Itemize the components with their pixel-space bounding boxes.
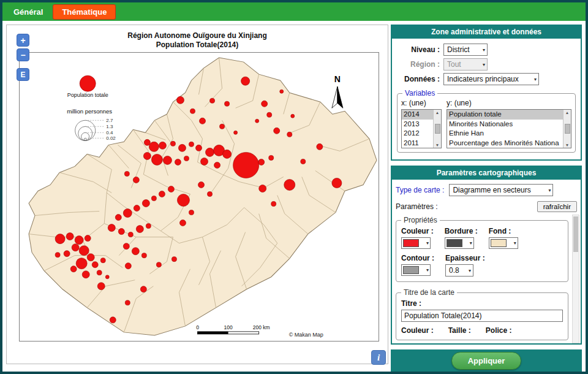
info-button[interactable]: i: [371, 350, 386, 365]
scale-0: 0: [196, 324, 199, 330]
list-option[interactable]: Minorités Nationales: [447, 120, 563, 129]
population-symbol: [123, 243, 129, 250]
population-symbol: [159, 142, 166, 149]
population-symbol: [142, 200, 149, 207]
x-variable-listbox[interactable]: 2014201320122011 ▲ ▼: [401, 109, 442, 148]
titre-taille-label: Taille :: [448, 326, 471, 335]
y-variable-options: Population totaleMinorités NationalesEth…: [447, 110, 563, 148]
scroll-up-icon[interactable]: ▲: [435, 110, 439, 115]
population-symbol: [189, 210, 194, 215]
region-label: Région :: [396, 60, 440, 69]
niveau-label: Niveau :: [396, 45, 440, 54]
population-symbol: [198, 181, 204, 188]
scale-bar: 0 100 200 km: [196, 324, 270, 334]
population-symbol: [55, 253, 60, 258]
population-symbol: [178, 144, 186, 151]
population-symbol: [210, 98, 215, 103]
params-scroll-area: Propriétés Couleur : ▾ Bordure :: [393, 215, 579, 343]
scrollbar[interactable]: [572, 215, 579, 343]
size-value-1: 2.7: [106, 118, 113, 123]
scroll-thumb[interactable]: [435, 124, 440, 134]
map-type-label: Type de carte :: [396, 186, 444, 194]
donnees-value: Indicateurs principaux: [447, 75, 519, 83]
full-extent-button[interactable]: E: [17, 68, 29, 81]
scrollbar[interactable]: ▲ ▼: [563, 110, 571, 148]
color-swatch: [447, 239, 462, 247]
population-symbol: [255, 119, 259, 123]
list-option[interactable]: 2014: [402, 110, 433, 120]
y-variable-listbox[interactable]: Population totaleMinorités NationalesEth…: [447, 109, 571, 148]
population-symbol: [291, 114, 295, 118]
map-type-select[interactable]: Diagramme en secteurs ▾: [449, 184, 553, 196]
region-value: Tout: [447, 60, 461, 69]
list-option[interactable]: Population totale: [447, 110, 563, 120]
epaisseur-select[interactable]: 0.8 ▾: [445, 264, 473, 277]
bordure-label: Bordure :: [445, 227, 478, 235]
population-symbol: [136, 226, 143, 233]
bordure-color-picker[interactable]: ▾: [445, 237, 474, 249]
population-symbol: [70, 266, 77, 272]
population-symbol: [177, 194, 189, 206]
scroll-down-icon[interactable]: ▼: [435, 143, 439, 147]
params-label: Paramètres :: [396, 202, 438, 211]
list-option[interactable]: 2012: [402, 129, 433, 139]
population-symbol: [85, 235, 91, 242]
population-symbol: [301, 159, 306, 164]
population-symbol: [146, 224, 151, 229]
couleur-color-picker[interactable]: ▾: [401, 237, 431, 249]
size-legend-title: million personnes: [67, 108, 112, 115]
population-symbol: [233, 152, 259, 178]
population-symbol: [100, 258, 105, 263]
population-symbol: [234, 131, 238, 134]
population-symbol: [132, 248, 139, 255]
donnees-label: Données :: [396, 75, 440, 83]
list-option[interactable]: Pourcentage des Minorités Nationa: [447, 139, 563, 148]
legend-symbol-label: Population totale: [67, 92, 108, 98]
population-symbol: [259, 185, 266, 192]
carto-params-panel: Paramètres cartographiques Type de carte…: [391, 166, 582, 345]
size-value-2: 1.3: [106, 124, 113, 129]
region-select[interactable]: Tout ▾: [443, 58, 488, 71]
proprietes-fieldset: Propriétés Couleur : ▾ Bordure :: [396, 216, 568, 282]
map-type-value: Diagramme en secteurs: [453, 186, 530, 194]
population-symbol: [110, 317, 116, 323]
tab-general[interactable]: Général: [13, 7, 43, 17]
list-option[interactable]: 2011: [402, 139, 433, 148]
scroll-thumb[interactable]: [565, 124, 570, 134]
list-option[interactable]: 2013: [402, 120, 433, 129]
population-symbol: [128, 232, 133, 237]
refresh-button[interactable]: rafraîchir: [537, 201, 577, 212]
map-figure[interactable]: Population totale million personnes 2.7 …: [19, 52, 379, 342]
population-symbol: [269, 155, 274, 160]
tab-thematique[interactable]: Thématique: [53, 4, 116, 20]
population-symbol: [208, 191, 213, 196]
zoom-in-button[interactable]: +: [17, 34, 29, 47]
population-symbol: [168, 186, 174, 192]
zoom-out-button[interactable]: −: [17, 48, 29, 61]
population-symbol: [258, 159, 265, 165]
population-symbol: [225, 101, 230, 106]
population-symbol: [118, 229, 124, 235]
titre-input[interactable]: [401, 310, 563, 322]
scroll-down-icon[interactable]: ▼: [565, 143, 569, 147]
top-navigation: Général Thématique: [2, 2, 586, 21]
population-symbol: [201, 158, 208, 165]
list-option[interactable]: Ethnie Han: [447, 129, 563, 139]
scroll-thumb[interactable]: [573, 216, 578, 252]
population-symbol: [134, 205, 140, 212]
scroll-up-icon[interactable]: ▲: [565, 110, 569, 115]
contour-color-picker[interactable]: ▾: [401, 264, 431, 276]
population-symbol: [151, 196, 156, 200]
scrollbar[interactable]: ▲ ▼: [433, 110, 441, 148]
donnees-select[interactable]: Indicateurs principaux ▾: [443, 73, 539, 85]
titre-couleur-label: Couleur :: [401, 326, 434, 335]
chevron-down-icon: ▾: [483, 47, 485, 53]
population-symbol: [267, 112, 272, 117]
scale-200: 200 km: [253, 324, 270, 330]
fond-color-picker[interactable]: ▾: [489, 237, 518, 249]
x-variable-options: 2014201320122011: [402, 110, 433, 148]
population-symbol: [55, 234, 65, 244]
population-symbol: [175, 159, 181, 165]
niveau-select[interactable]: District ▾: [443, 44, 488, 56]
apply-button[interactable]: Appliquer: [451, 352, 522, 370]
